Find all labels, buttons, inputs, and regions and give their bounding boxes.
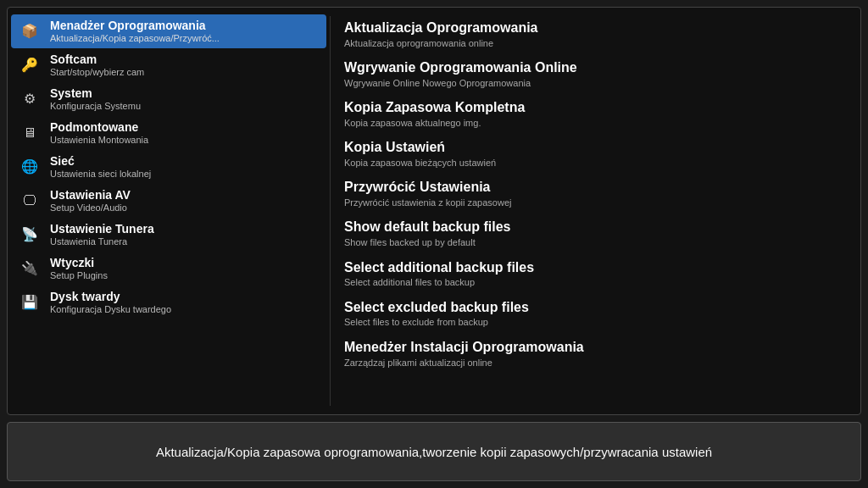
sidebar-item-siec[interactable]: 🌐SiećUstawienia sieci lokalnej: [11, 150, 326, 184]
ustawienie-tunera-icon: 📡: [18, 223, 42, 247]
sidebar-item-subtitle-dysk-twardy: Konfiguracja Dysku twardego: [50, 304, 171, 315]
podmontowane-icon: 🖥: [18, 121, 42, 145]
sidebar-item-softcam[interactable]: 🔑SoftcamStart/stop/wybierz cam: [11, 48, 326, 82]
right-item-title-aktualizacja-oprog: Aktualizacja Oprogramowania: [344, 19, 847, 37]
system-icon: ⚙: [18, 87, 42, 111]
sidebar-item-subtitle-ustawienia-av: Setup Video/Audio: [50, 202, 131, 214]
sidebar-item-subtitle-siec: Ustawienia sieci lokalnej: [50, 169, 151, 180]
sidebar-item-menadzer[interactable]: 📦Menadżer OprogramowaniaAktualizacja/Kop…: [11, 14, 326, 48]
sidebar-item-dysk-twardy[interactable]: 💾Dysk twardyKonfiguracja Dysku twardego: [11, 286, 326, 319]
sidebar-item-subtitle-softcam: Start/stop/wybierz cam: [50, 67, 144, 78]
right-item-select-additional-backup[interactable]: Select additional backup filesSelect add…: [337, 254, 854, 294]
sidebar-item-title-system: System: [50, 86, 141, 101]
right-item-subtitle-menedzer-instalacji: Zarządzaj plikami aktualizacji online: [344, 357, 847, 369]
sidebar-item-title-softcam: Softcam: [50, 53, 144, 67]
menadzer-icon: 📦: [18, 19, 42, 43]
right-item-subtitle-aktualizacja-oprog: Aktualizacja oprogramowania online: [344, 37, 847, 49]
sidebar-item-ustawienia-av[interactable]: 🖵Ustawienia AVSetup Video/Audio: [11, 184, 326, 218]
right-item-select-excluded-backup[interactable]: Select excluded backup filesSelect files…: [337, 294, 854, 334]
left-panel: 📦Menadżer OprogramowaniaAktualizacja/Kop…: [8, 8, 330, 414]
siec-icon: 🌐: [18, 155, 42, 179]
right-item-kopia-kompletna[interactable]: Kopia Zapasowa KompletnaKopia zapasowa a…: [337, 94, 854, 134]
ustawienia-av-icon: 🖵: [18, 189, 42, 213]
right-item-subtitle-kopia-ustawien: Kopia zapasowa bieżących ustawień: [344, 157, 847, 169]
sidebar-item-podmontowane[interactable]: 🖥PodmontowaneUstawienia Montowania: [11, 116, 326, 150]
sidebar-item-subtitle-ustawienie-tunera: Ustawienia Tunera: [50, 236, 154, 247]
sidebar-item-subtitle-podmontowane: Ustawienia Montowania: [50, 135, 148, 146]
right-item-title-kopia-kompletna: Kopia Zapasowa Kompletna: [344, 99, 847, 117]
right-item-title-wgrywanie-oprog: Wgrywanie Oprogramowania Online: [344, 59, 847, 77]
sidebar-item-title-wtyczki: Wtyczki: [50, 256, 108, 270]
right-item-title-select-excluded-backup: Select excluded backup files: [344, 299, 847, 317]
sidebar-item-subtitle-menadzer: Aktualizacja/Kopia zapasowa/Przywróć...: [50, 33, 220, 44]
bottom-text: Aktualizacja/Kopia zapasowa oprogramowan…: [156, 445, 712, 459]
right-item-przywroc-ustawienia[interactable]: Przywrócić UstawieniaPrzywrócić ustawien…: [337, 174, 854, 214]
right-item-wgrywanie-oprog[interactable]: Wgrywanie Oprogramowania OnlineWgrywanie…: [337, 54, 854, 94]
sidebar-item-title-menadzer: Menadżer Oprogramowania: [50, 19, 220, 33]
right-item-subtitle-przywroc-ustawienia: Przywrócić ustawienia z kopii zapasowej: [344, 197, 847, 208]
right-item-title-kopia-ustawien: Kopia Ustawień: [344, 139, 847, 157]
right-item-kopia-ustawien[interactable]: Kopia UstawieńKopia zapasowa bieżących u…: [337, 134, 854, 174]
sidebar-item-title-dysk-twardy: Dysk twardy: [50, 290, 171, 304]
right-item-subtitle-kopia-kompletna: Kopia zapasowa aktualnego img.: [344, 117, 847, 129]
right-item-subtitle-show-default-backup: Show files backed up by default: [344, 236, 847, 248]
dysk-twardy-icon: 💾: [18, 291, 42, 314]
sidebar-item-system[interactable]: ⚙SystemKonfiguracja Systemu: [11, 82, 326, 116]
right-item-title-menedzer-instalacji: Menedżer Instalacji Oprogramowania: [344, 339, 847, 357]
bottom-bar-container: Aktualizacja/Kopia zapasowa oprogramowan…: [7, 422, 861, 481]
right-item-subtitle-select-excluded-backup: Select files to exclude from backup: [344, 316, 847, 328]
sidebar-item-subtitle-wtyczki: Setup Plugins: [50, 270, 108, 281]
main-container: 📦Menadżer OprogramowaniaAktualizacja/Kop…: [7, 7, 861, 415]
sidebar-item-ustawienie-tunera[interactable]: 📡Ustawienie TuneraUstawienia Tunera: [11, 218, 326, 252]
right-item-title-show-default-backup: Show default backup files: [344, 219, 847, 236]
right-item-title-przywroc-ustawienia: Przywrócić Ustawienia: [344, 179, 847, 197]
right-item-title-select-additional-backup: Select additional backup files: [344, 259, 847, 277]
right-panel: Aktualizacja OprogramowaniaAktualizacja …: [331, 8, 860, 414]
sidebar-item-title-ustawienia-av: Ustawienia AV: [50, 188, 131, 202]
sidebar-item-wtyczki[interactable]: 🔌WtyczkiSetup Plugins: [11, 252, 326, 286]
right-item-menedzer-instalacji[interactable]: Menedżer Instalacji OprogramowaniaZarząd…: [337, 334, 854, 374]
softcam-icon: 🔑: [18, 53, 42, 77]
right-item-show-default-backup[interactable]: Show default backup filesShow files back…: [337, 214, 854, 253]
sidebar-item-title-ustawienie-tunera: Ustawienie Tunera: [50, 222, 154, 236]
right-item-subtitle-wgrywanie-oprog: Wgrywanie Online Nowego Oprogramowania: [344, 77, 847, 89]
sidebar-item-title-podmontowane: Podmontowane: [50, 120, 148, 135]
sidebar-item-title-siec: Sieć: [50, 154, 151, 169]
sidebar-item-subtitle-system: Konfiguracja Systemu: [50, 101, 141, 112]
wtyczki-icon: 🔌: [18, 257, 42, 280]
right-item-subtitle-select-additional-backup: Select additional files to backup: [344, 276, 847, 288]
right-item-aktualizacja-oprog[interactable]: Aktualizacja OprogramowaniaAktualizacja …: [337, 14, 854, 54]
